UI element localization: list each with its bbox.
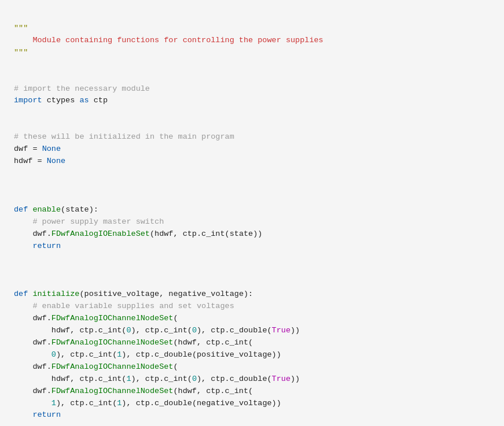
init-line5: dwf.FDwfAnalogIOChannelNodeSet( (14, 362, 178, 371)
init-line4: 0), ctp.c_int(1), ctp.c_double(positive_… (14, 350, 281, 359)
docstring-content: Module containing functions for controll… (14, 36, 323, 45)
init-line2: hdwf, ctp.c_int(0), ctp.c_int(0), ctp.c_… (14, 326, 300, 335)
comment-enable-var: # enable variable supplies and set volta… (14, 302, 234, 310)
init-line7: dwf.FDwfAnalogIOChannelNodeSet(hdwf, ctp… (14, 387, 253, 395)
comment-init: # these will be initialized in the main … (14, 132, 234, 141)
def-initialize: def initialize(positive_voltage, negativ… (14, 290, 253, 298)
docstring-quote-open: """ (14, 24, 28, 32)
hdwf-line: hdwf = None (14, 157, 65, 165)
init-return: return (14, 410, 61, 419)
import-line: import ctypes as ctp (14, 96, 108, 105)
enable-return: return (14, 242, 61, 250)
init-line3: dwf.FDwfAnalogIOChannelNodeSet(hdwf, ctp… (14, 338, 253, 347)
code-editor: """ Module containing functions for cont… (0, 0, 504, 426)
comment-import: # import the necessary module (14, 84, 150, 93)
init-line8: 1), ctp.c_int(1), ctp.c_double(negative_… (14, 399, 281, 408)
init-line1: dwf.FDwfAnalogIOChannelNodeSet( (14, 314, 178, 323)
docstring-quote-close: """ (14, 48, 28, 57)
init-line6: hdwf, ctp.c_int(1), ctp.c_int(0), ctp.c_… (14, 375, 300, 383)
def-enable: def enable(state): (14, 205, 98, 214)
comment-switch: # power supply master switch (14, 217, 164, 226)
dwf-line: dwf = None (14, 145, 61, 153)
code-content: """ Module containing functions for cont… (14, 10, 490, 426)
enable-body: dwf.FDwfAnalogIOEnableSet(hdwf, ctp.c_in… (14, 229, 262, 238)
